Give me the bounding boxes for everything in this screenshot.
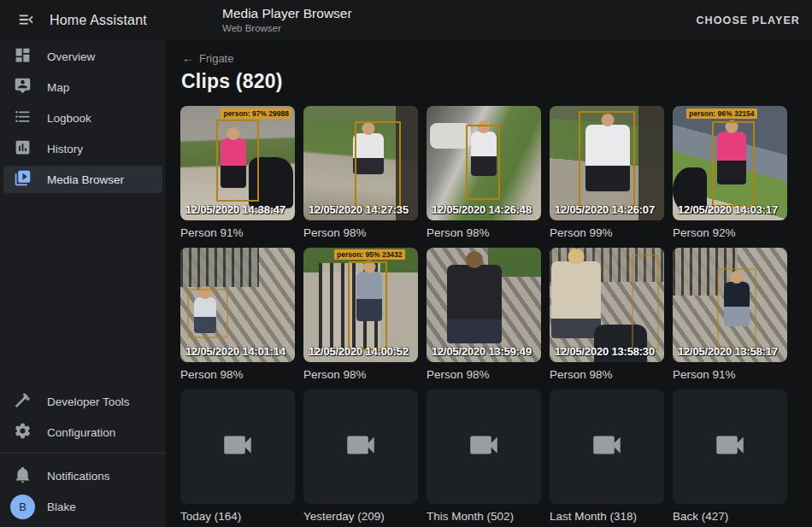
video-camera-icon xyxy=(343,427,379,466)
clip-caption: Person 91% xyxy=(180,226,295,241)
clip-caption: Person 92% xyxy=(673,226,787,241)
clip-timestamp-overlay: 12/05/2020 14:03:17 xyxy=(678,203,778,216)
sidebar-item-configuration[interactable]: Configuration xyxy=(3,419,162,446)
clip-timestamp-overlay: 12/05/2020 14:26:07 xyxy=(555,203,655,216)
clip-timestamp-overlay: 12/05/2020 14:00:52 xyxy=(309,345,409,358)
folder-card-back[interactable]: Back (427) xyxy=(673,389,787,524)
sidebar-item-history[interactable]: History xyxy=(3,135,162,162)
sidebar: Overview Map Logbook History Media Brows… xyxy=(0,41,167,527)
sidebar-item-label: Developer Tools xyxy=(47,395,130,408)
sidebar-item-profile[interactable]: B Blake xyxy=(3,493,162,520)
clip-card[interactable]: 12/05/2020 14:26:07 Person 99% xyxy=(550,106,664,241)
sidebar-item-label: Notifications xyxy=(47,470,110,483)
detection-bounding-box xyxy=(579,111,635,208)
clips-grid: person: 97% 29988 12/05/2020 14:38:47 Pe… xyxy=(180,106,812,524)
home-assistant-app: Home Assistant Media Player Browser Web … xyxy=(0,0,812,527)
chart-box-icon xyxy=(14,138,32,160)
list-bulleted-icon xyxy=(14,108,32,129)
top-bar: Home Assistant Media Player Browser Web … xyxy=(0,0,812,41)
clip-card[interactable]: person: 95% 23432 12/05/2020 14:00:52 Pe… xyxy=(303,248,418,383)
clip-timestamp-overlay: 12/05/2020 14:01:14 xyxy=(185,345,285,358)
detection-label: person: 96% 32154 xyxy=(686,108,757,119)
clip-card[interactable]: 12/05/2020 14:27:35 Person 98% xyxy=(303,106,418,241)
clip-thumbnail: 12/05/2020 14:27:35 xyxy=(303,106,418,220)
clip-caption: Person 91% xyxy=(673,368,787,383)
breadcrumb-back-frigate[interactable]: ← Frigate xyxy=(182,51,233,65)
clip-card[interactable]: person: 96% 32154 12/05/2020 14:03:17 Pe… xyxy=(673,106,787,241)
sidebar-item-notifications[interactable]: Notifications xyxy=(3,462,162,489)
choose-player-button[interactable]: CHOOSE PLAYER xyxy=(696,0,800,41)
sidebar-spacer xyxy=(0,195,166,386)
folder-card-last-month[interactable]: Last Month (318) xyxy=(550,389,664,524)
folder-label: Back (427) xyxy=(673,510,787,524)
folder-tile xyxy=(427,389,541,504)
media-browser-content: ← Frigate Clips (820) person: 97% 29988 … xyxy=(167,41,812,527)
clip-timestamp-overlay: 12/05/2020 14:26:48 xyxy=(432,203,532,216)
folder-card-today[interactable]: Today (164) xyxy=(180,389,295,524)
clip-thumbnail: 12/05/2020 14:26:48 xyxy=(427,106,541,220)
folder-tile xyxy=(303,389,418,504)
clip-card[interactable]: 12/05/2020 14:26:48 Person 98% xyxy=(427,106,541,241)
folder-tile xyxy=(550,389,664,504)
gear-icon xyxy=(14,422,32,443)
sidebar-item-label: Configuration xyxy=(47,426,115,439)
clip-timestamp-overlay: 12/05/2020 14:27:35 xyxy=(309,203,409,216)
clip-timestamp-overlay: 12/05/2020 13:58:17 xyxy=(678,345,778,358)
clip-thumbnail: person: 96% 32154 12/05/2020 14:03:17 xyxy=(673,106,787,220)
folder-card-this-month[interactable]: This Month (502) xyxy=(427,389,541,524)
clip-card[interactable]: 12/05/2020 13:59:49 Person 98% xyxy=(427,248,541,383)
avatar: B xyxy=(10,495,35,519)
profile-name: Blake xyxy=(47,501,76,513)
sidebar-item-logbook[interactable]: Logbook xyxy=(3,104,162,132)
clip-timestamp-overlay: 12/05/2020 13:59:49 xyxy=(432,345,532,358)
sidebar-item-overview[interactable]: Overview xyxy=(3,43,162,70)
sidebar-item-map[interactable]: Map xyxy=(3,73,162,101)
detection-bounding-box xyxy=(717,268,756,348)
photo-object xyxy=(430,123,471,149)
map-account-icon xyxy=(14,77,32,98)
sidebar-divider xyxy=(0,453,166,454)
clip-caption: Person 98% xyxy=(303,226,418,241)
photo-object xyxy=(180,248,259,287)
app-title: Home Assistant xyxy=(50,13,147,28)
clip-card[interactable]: 12/05/2020 13:58:17 Person 91% xyxy=(673,248,787,383)
folder-tile xyxy=(673,389,787,504)
folder-tile xyxy=(180,389,295,504)
sidebar-header: Home Assistant xyxy=(0,6,167,35)
clip-timestamp-overlay: 12/05/2020 14:38:47 xyxy=(185,203,285,216)
back-arrow-icon: ← xyxy=(182,51,194,65)
clip-caption: Person 98% xyxy=(550,368,664,383)
clip-card[interactable]: person: 97% 29988 12/05/2020 14:38:47 Pe… xyxy=(180,106,295,241)
detection-label: person: 97% 29988 xyxy=(221,108,291,119)
clip-caption: Person 98% xyxy=(180,368,295,383)
clip-caption: Person 98% xyxy=(427,368,541,383)
folder-card-yesterday[interactable]: Yesterday (209) xyxy=(303,389,418,524)
clip-thumbnail: 12/05/2020 13:59:49 xyxy=(427,248,541,362)
breadcrumb-label: Frigate xyxy=(199,52,233,65)
play-box-multiple-icon xyxy=(14,169,32,190)
clip-card[interactable]: 12/05/2020 14:01:14 Person 98% xyxy=(180,248,295,383)
menu-open-icon xyxy=(17,10,36,32)
sidebar-item-label: Map xyxy=(47,81,69,94)
video-camera-icon xyxy=(466,427,502,466)
detection-bounding-box xyxy=(632,255,659,350)
clip-caption: Person 98% xyxy=(427,226,541,241)
folder-label: Yesterday (209) xyxy=(303,510,418,524)
sidebar-item-label: History xyxy=(47,143,83,155)
sidebar-toggle-button[interactable] xyxy=(12,6,41,35)
photo-figure xyxy=(447,265,502,343)
page-header-subtitle: Web Browser xyxy=(222,23,352,35)
video-camera-icon xyxy=(220,427,256,466)
folder-label: Last Month (318) xyxy=(550,510,664,524)
media-player-title-block: Media Player Browser Web Browser xyxy=(222,6,352,34)
detection-bounding-box xyxy=(216,120,259,202)
clip-thumbnail: person: 95% 23432 12/05/2020 14:00:52 xyxy=(303,248,418,362)
hammer-icon xyxy=(14,391,32,413)
clip-caption: Person 98% xyxy=(303,368,418,383)
detection-bounding-box xyxy=(187,289,228,338)
clip-card[interactable]: 12/05/2020 13:58:30 Person 98% xyxy=(550,248,664,383)
sidebar-item-developer-tools[interactable]: Developer Tools xyxy=(3,388,162,415)
sidebar-item-media-browser[interactable]: Media Browser xyxy=(3,166,162,193)
detection-label: person: 95% 23432 xyxy=(334,249,405,260)
clip-thumbnail: 12/05/2020 14:26:07 xyxy=(550,106,664,220)
